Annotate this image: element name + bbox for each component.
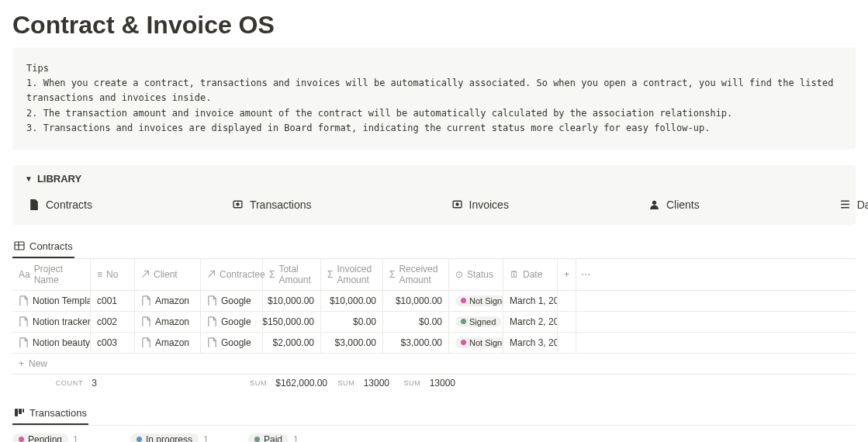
project-name: Notion tracker <box>33 316 91 327</box>
col-total[interactable]: ΣTotal Amount <box>263 259 321 290</box>
contract-no: c001 <box>91 291 135 311</box>
invoiced-amount: $0.00 <box>321 312 383 332</box>
date-value: March 1, 2023 <box>503 291 558 311</box>
library-item-clients[interactable]: Clients <box>648 199 700 211</box>
tips-heading: Tips <box>26 61 842 76</box>
column-name: In progress <box>146 434 192 442</box>
page-icon <box>207 337 217 347</box>
received-amount: $3,000.00 <box>383 333 449 353</box>
received-amount: $0.00 <box>383 312 449 332</box>
column-count: 1 <box>73 434 78 442</box>
page-icon <box>19 316 29 326</box>
clients-icon <box>648 199 660 210</box>
library-label: Transactions <box>250 199 312 211</box>
invoiced-amount: $3,000.00 <box>321 333 383 353</box>
contract-no: c003 <box>91 333 135 353</box>
column-header[interactable]: Pending1 <box>12 433 121 442</box>
contractee-name[interactable]: Google <box>221 295 251 306</box>
tips-line-1: When you create a contract, transactions… <box>26 78 833 103</box>
library-label: Clients <box>666 199 700 211</box>
library-block: ▼ LIBRARY Contracts Transactions Invoice… <box>12 165 856 225</box>
library-item-transactions[interactable]: Transactions <box>232 199 312 211</box>
col-received[interactable]: ΣReceived Amount <box>383 259 449 290</box>
contractee-name[interactable]: Google <box>221 337 251 348</box>
tips-line-2: The transaction amount and invoice amoun… <box>43 108 733 119</box>
date-value: March 3, 2023 <box>503 333 558 353</box>
library-label: Contracts <box>46 199 92 211</box>
contractee-name[interactable]: Google <box>221 316 251 327</box>
invoices-icon <box>451 199 463 210</box>
transactions-icon <box>232 199 244 210</box>
page-icon <box>141 316 151 326</box>
total-amount: $2,000.00 <box>263 333 321 353</box>
status-badge: Not Signed <box>455 337 503 348</box>
tab-label: Contracts <box>29 240 73 252</box>
library-label: DashBoard <box>857 199 868 211</box>
contracts-table: AaProject Name ≡No Client Contractee ΣTo… <box>12 259 856 392</box>
board-icon <box>14 407 25 418</box>
dashboard-icon <box>839 199 851 210</box>
date-value: March 2, 2023 <box>503 312 558 332</box>
project-name: Notion Template <box>33 295 91 306</box>
project-name: Notion beauty <box>33 337 90 348</box>
page-icon <box>141 337 151 347</box>
table-icon <box>14 240 25 251</box>
transactions-board: Pending1t001$5,000.00Mar 22Notion Templa… <box>12 433 856 442</box>
col-client[interactable]: Client <box>135 259 201 290</box>
status-badge: Signed <box>455 316 501 327</box>
library-toggle[interactable]: ▼ LIBRARY <box>25 173 843 185</box>
board-column: Pending1t001$5,000.00Mar 22Notion Templa… <box>12 433 121 442</box>
table-row[interactable]: Notion trackerc002AmazonGoogle$150,000.0… <box>12 312 856 333</box>
tab-contracts[interactable]: Contracts <box>12 236 74 258</box>
col-date[interactable]: 🗓Date <box>503 259 558 290</box>
table-row[interactable]: Notion Templatec001AmazonGoogle$10,000.0… <box>12 291 856 312</box>
total-amount: $150,000.00 <box>263 312 321 332</box>
page-icon <box>141 295 151 306</box>
board-column: In progress1t002$5,000.00Mar 25Notion Te… <box>130 433 239 442</box>
tips-callout: Tips 1. When you create a contract, tran… <box>12 47 856 150</box>
add-column-button[interactable]: + <box>558 259 576 290</box>
table-row[interactable]: Notion beautyc003AmazonGoogle$2,000.00$3… <box>12 333 856 354</box>
library-title: LIBRARY <box>37 173 81 185</box>
library-item-invoices[interactable]: Invoices <box>451 199 509 211</box>
client-name[interactable]: Amazon <box>155 295 189 306</box>
library-item-contracts[interactable]: Contracts <box>28 199 92 211</box>
received-amount: $10,000.00 <box>383 291 449 311</box>
column-count: 1 <box>293 434 299 442</box>
page-icon <box>19 337 29 347</box>
board-column: Paid1t003$3,000.00Mar 25Notion beauty+ N… <box>248 433 357 442</box>
client-name[interactable]: Amazon <box>155 316 189 327</box>
col-status[interactable]: ⊙Status <box>449 259 503 290</box>
client-name[interactable]: Amazon <box>155 337 189 348</box>
contracts-icon <box>28 199 40 210</box>
page-icon <box>19 295 29 306</box>
column-header[interactable]: Paid1 <box>248 433 357 442</box>
col-no[interactable]: ≡No <box>91 259 135 290</box>
triangle-down-icon: ▼ <box>25 174 33 183</box>
total-amount: $10,000.00 <box>263 291 321 311</box>
contract-no: c002 <box>91 312 135 332</box>
column-name: Pending <box>28 434 62 442</box>
library-label: Invoices <box>469 199 509 211</box>
status-badge: Not Signed <box>455 295 503 306</box>
column-header[interactable]: In progress1 <box>130 433 239 442</box>
page-icon <box>207 295 217 306</box>
column-count: 1 <box>203 434 209 442</box>
tab-transactions[interactable]: Transactions <box>12 402 88 425</box>
page-title: Contract & Invoice OS <box>12 0 856 47</box>
library-item-dashboard[interactable]: DashBoard <box>839 199 868 211</box>
invoiced-amount: $10,000.00 <box>321 291 383 311</box>
new-contract-button[interactable]: + New <box>12 354 856 375</box>
column-name: Paid <box>264 434 282 442</box>
col-invoiced[interactable]: ΣInvoiced Amount <box>321 259 383 290</box>
col-project-name[interactable]: AaProject Name <box>12 259 91 290</box>
column-options-button[interactable]: ⋯ <box>576 259 595 290</box>
tab-label: Transactions <box>29 407 87 419</box>
col-contractee[interactable]: Contractee <box>201 259 263 290</box>
page-icon <box>207 316 217 326</box>
tips-line-3: Transactions and invoices are displayed … <box>43 123 711 133</box>
